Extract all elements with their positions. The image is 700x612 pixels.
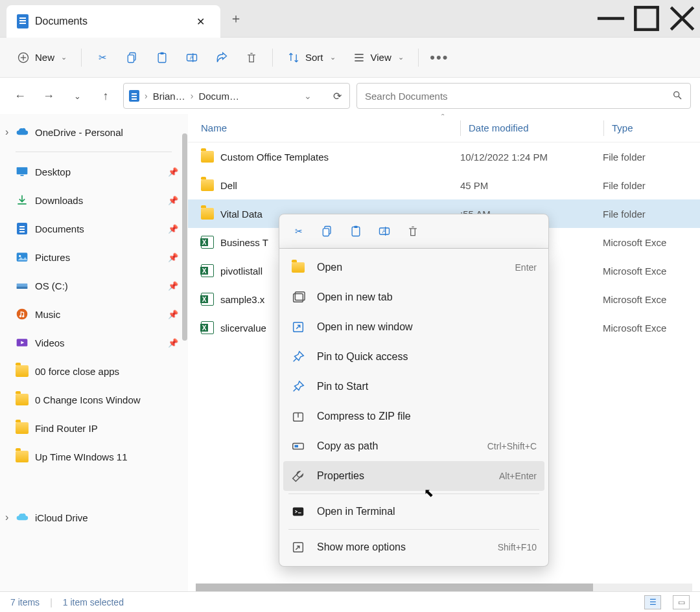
recent-button[interactable]: ⌄ bbox=[66, 85, 88, 107]
context-menu-item[interactable]: Pin to Start bbox=[279, 372, 548, 402]
forward-button[interactable]: → bbox=[38, 85, 60, 107]
details-view-button[interactable]: ☰ bbox=[644, 595, 661, 609]
delete-button[interactable] bbox=[237, 45, 266, 70]
context-menu-item[interactable]: Copy as pathCtrl+Shift+C bbox=[279, 431, 548, 461]
file-type: Microsoft Exce bbox=[603, 266, 687, 277]
context-menu-item[interactable]: Open in Terminal bbox=[279, 497, 548, 527]
horizontal-scrollbar[interactable] bbox=[196, 584, 692, 591]
svg-rect-1 bbox=[635, 7, 657, 29]
sidebar-item[interactable]: OS (C:)📌 bbox=[0, 271, 187, 300]
trash-icon[interactable] bbox=[406, 225, 419, 238]
file-date: 45 PM bbox=[460, 180, 603, 191]
context-menu-shortcut: Alt+Enter bbox=[499, 471, 537, 481]
new-tab-button[interactable]: ＋ bbox=[220, 0, 251, 37]
breadcrumb-seg[interactable]: Brian… bbox=[153, 91, 185, 102]
copy-button[interactable] bbox=[118, 45, 146, 70]
more-button[interactable]: ••• bbox=[425, 45, 454, 70]
sidebar-item-label: 00 force close apps bbox=[35, 366, 119, 377]
share-button[interactable] bbox=[207, 45, 236, 70]
address-bar[interactable]: › Brian… › Docum… ⌄ ⟳ bbox=[123, 83, 350, 109]
column-date[interactable]: Date modified bbox=[461, 122, 603, 133]
file-row[interactable]: Custom Office Templates10/12/2022 1:24 P… bbox=[188, 142, 700, 171]
context-menu-item[interactable]: Open in new tab bbox=[279, 282, 548, 312]
minimize-button[interactable] bbox=[593, 0, 629, 37]
sidebar-item[interactable]: OneDrive - Personal bbox=[0, 118, 187, 146]
chevron-down-icon[interactable]: ⌄ bbox=[304, 91, 312, 101]
sidebar-item[interactable]: 0 Change Icons Window bbox=[0, 385, 187, 414]
back-button[interactable]: ← bbox=[9, 85, 31, 107]
search-input[interactable] bbox=[365, 91, 667, 102]
tab-close-button[interactable]: ✕ bbox=[191, 13, 210, 30]
chevron-right-icon: › bbox=[145, 91, 148, 101]
context-menu-item[interactable]: PropertiesAlt+Enter bbox=[283, 461, 544, 491]
more-icon bbox=[291, 540, 305, 554]
sidebar-item[interactable]: Desktop📌 bbox=[0, 157, 187, 186]
context-menu-label: Pin to Start bbox=[317, 381, 537, 392]
sort-indicator-icon: ⌃ bbox=[440, 114, 445, 120]
sidebar-item[interactable]: Up Time WIndows 11 bbox=[0, 442, 187, 471]
context-menu-label: Compress to ZIP file bbox=[317, 411, 537, 422]
sidebar-item[interactable]: Find Router IP bbox=[0, 414, 187, 442]
svg-rect-33 bbox=[355, 226, 358, 228]
refresh-button[interactable]: ⟳ bbox=[330, 89, 344, 103]
sidebar-item[interactable]: Videos📌 bbox=[0, 328, 187, 357]
rename-button[interactable]: A bbox=[178, 45, 206, 70]
sidebar-item[interactable]: Music📌 bbox=[0, 300, 187, 328]
scissors-icon: ✂ bbox=[96, 51, 109, 64]
file-row[interactable]: Dell45 PMFile folder bbox=[188, 171, 700, 199]
wrench-icon bbox=[291, 469, 305, 483]
pin-icon: 📌 bbox=[168, 196, 178, 205]
sidebar-item[interactable]: Documents📌 bbox=[0, 214, 187, 243]
trash-icon bbox=[245, 51, 258, 64]
sidebar-item[interactable]: Downloads📌 bbox=[0, 186, 187, 214]
file-type: File folder bbox=[603, 180, 687, 191]
status-bar: 7 items | 1 item selected ☰ ▭ bbox=[0, 591, 700, 612]
context-menu-label: Open in new window bbox=[317, 321, 537, 333]
icloud-icon bbox=[16, 511, 29, 524]
column-name[interactable]: Name bbox=[201, 122, 460, 133]
scissors-icon[interactable]: ✂ bbox=[292, 225, 305, 238]
context-menu-label: Open in new tab bbox=[317, 291, 537, 303]
sidebar-item[interactable]: 00 force close apps bbox=[0, 357, 187, 385]
svg-point-22 bbox=[19, 255, 21, 257]
context-menu-item[interactable]: Pin to Quick access bbox=[279, 342, 548, 372]
context-menu-item[interactable]: Compress to ZIP file bbox=[279, 402, 548, 431]
svg-rect-10 bbox=[161, 52, 164, 54]
context-menu-item[interactable]: Show more optionsShift+F10 bbox=[279, 532, 548, 562]
maximize-button[interactable] bbox=[629, 0, 664, 37]
window-tab[interactable]: Documents ✕ bbox=[6, 5, 220, 38]
view-button[interactable]: View ⌄ bbox=[345, 45, 412, 70]
rename-icon[interactable]: A bbox=[378, 225, 391, 238]
close-window-button[interactable] bbox=[664, 0, 700, 37]
music-icon bbox=[16, 308, 29, 321]
chevron-down-icon: ⌄ bbox=[330, 53, 336, 62]
paste-button[interactable] bbox=[148, 45, 176, 70]
folder-icon bbox=[16, 450, 29, 463]
sidebar-item[interactable]: Pictures📌 bbox=[0, 243, 187, 271]
up-button[interactable]: ↑ bbox=[95, 85, 117, 107]
sort-label: Sort bbox=[305, 52, 323, 63]
context-menu-item[interactable]: OpenEnter bbox=[279, 253, 548, 282]
file-type: Microsoft Exce bbox=[603, 323, 687, 334]
file-type: Microsoft Exce bbox=[603, 237, 687, 248]
svg-point-26 bbox=[19, 315, 21, 317]
sort-button[interactable]: Sort ⌄ bbox=[279, 45, 344, 70]
context-menu-item[interactable]: Open in new window bbox=[279, 312, 548, 342]
sidebar-item-label: Pictures bbox=[35, 252, 70, 263]
sort-icon bbox=[287, 51, 300, 64]
search-box[interactable] bbox=[356, 83, 691, 109]
sidebar-item-label: OS (C:) bbox=[35, 280, 68, 291]
chevron-down-icon: ⌄ bbox=[61, 53, 67, 62]
new-button[interactable]: New ⌄ bbox=[9, 45, 75, 70]
icons-view-button[interactable]: ▭ bbox=[673, 595, 690, 609]
paste-icon[interactable] bbox=[349, 225, 362, 238]
sidebar-scrollbar[interactable] bbox=[182, 133, 187, 341]
sidebar[interactable]: OneDrive - PersonalDesktop📌Downloads📌Doc… bbox=[0, 114, 188, 591]
svg-point-25 bbox=[17, 309, 28, 320]
breadcrumb-seg[interactable]: Docum… bbox=[198, 91, 239, 102]
context-menu-shortcut: Enter bbox=[515, 262, 537, 273]
copy-icon[interactable] bbox=[321, 225, 334, 238]
column-type[interactable]: Type bbox=[604, 122, 687, 133]
cut-button[interactable]: ✂ bbox=[88, 45, 117, 70]
sidebar-item[interactable]: iCloud Drive bbox=[0, 503, 187, 532]
